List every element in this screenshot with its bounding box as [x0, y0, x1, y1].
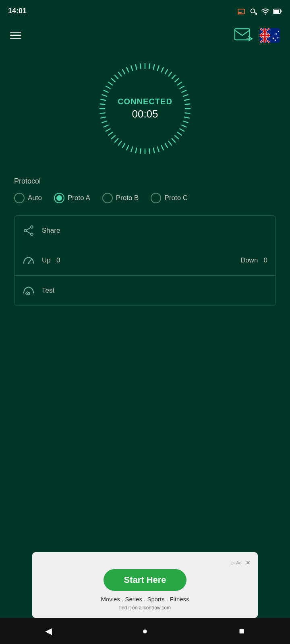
svg-line-49 [180, 129, 184, 131]
ad-close-button[interactable]: ✕ [246, 559, 251, 566]
svg-line-69 [106, 129, 110, 131]
svg-line-54 [165, 144, 168, 148]
svg-line-80 [108, 82, 112, 85]
svg-point-89 [31, 226, 33, 228]
speed-icon [23, 254, 35, 266]
share-label: Share [42, 227, 60, 235]
svg-line-63 [126, 145, 128, 150]
recent-button[interactable]: ■ [230, 619, 254, 643]
key-icon [250, 8, 258, 15]
connection-circle[interactable]: CONNECTED 00:05 [93, 56, 197, 161]
svg-text:★: ★ [274, 39, 276, 41]
top-nav: ★ ★ ★ ★ ★ [0, 22, 290, 48]
protocol-auto[interactable]: Auto [14, 193, 42, 203]
svg-line-43 [185, 104, 190, 104]
protocol-section: Protocol Auto Proto A Proto B Proto C [14, 177, 276, 203]
protocol-proto-c-label: Proto C [164, 194, 188, 202]
svg-line-41 [183, 95, 188, 96]
svg-line-86 [131, 66, 133, 70]
protocol-proto-b[interactable]: Proto B [102, 193, 139, 203]
connection-timer: 00:05 [118, 108, 172, 120]
svg-line-84 [122, 70, 125, 74]
up-speed: Up 0 [42, 256, 60, 264]
test-button[interactable]: Test [14, 275, 276, 306]
home-button[interactable]: ● [133, 619, 157, 643]
share-icon [23, 225, 35, 237]
svg-line-32 [157, 66, 159, 70]
svg-point-96 [28, 293, 30, 295]
connected-status: CONNECTED [118, 97, 172, 106]
svg-line-52 [172, 138, 175, 142]
svg-line-57 [153, 148, 154, 153]
svg-rect-8 [281, 10, 282, 12]
up-label: Up [42, 256, 51, 264]
svg-line-67 [112, 136, 115, 139]
svg-line-73 [100, 113, 105, 113]
protocol-proto-b-label: Proto B [116, 194, 139, 202]
test-icon [23, 285, 35, 297]
svg-line-83 [118, 72, 121, 76]
svg-line-36 [172, 75, 175, 79]
speed-row[interactable]: Up 0 Down 0 [14, 246, 276, 275]
svg-point-90 [31, 233, 33, 235]
main-content: CONNECTED 00:05 Protocol Auto Proto A Pr… [0, 48, 290, 314]
up-value: 0 [56, 256, 60, 264]
svg-line-51 [175, 136, 178, 139]
australia-flag[interactable]: ★ ★ ★ ★ ★ [260, 28, 280, 43]
svg-line-71 [102, 121, 106, 123]
svg-rect-9 [235, 29, 250, 40]
svg-line-75 [100, 104, 105, 104]
down-label: Down [240, 256, 258, 264]
svg-line-55 [162, 145, 164, 150]
email-forward-icon[interactable] [234, 28, 254, 43]
radio-proto-c [151, 193, 161, 203]
speed-content: Up 0 Down 0 [42, 256, 267, 264]
svg-line-81 [112, 78, 115, 82]
svg-line-47 [183, 121, 188, 123]
svg-rect-7 [274, 10, 279, 13]
svg-point-5 [265, 13, 266, 14]
share-button[interactable]: Share [14, 215, 276, 246]
svg-line-62 [131, 147, 133, 151]
protocol-proto-c[interactable]: Proto C [151, 193, 188, 203]
svg-line-87 [136, 64, 137, 69]
test-label: Test [42, 287, 54, 295]
svg-line-58 [149, 149, 149, 153]
ad-container: ▷ Ad ✕ Start Here Movies . Series . Spor… [32, 552, 258, 618]
svg-line-50 [178, 132, 182, 135]
ad-url: find it on allcontrow.com [39, 605, 251, 611]
wifi-icon [261, 8, 270, 15]
svg-line-46 [184, 117, 189, 118]
cast-icon [238, 8, 246, 15]
svg-text:★: ★ [277, 37, 279, 39]
svg-line-31 [153, 64, 154, 69]
svg-line-65 [118, 141, 121, 145]
down-value: 0 [264, 256, 267, 264]
svg-text:★: ★ [275, 33, 277, 35]
svg-line-70 [104, 125, 108, 127]
svg-line-38 [178, 82, 182, 85]
protocol-proto-a[interactable]: Proto A [54, 193, 90, 203]
svg-line-33 [162, 68, 164, 72]
back-button[interactable]: ◀ [36, 619, 60, 643]
status-time: 14:01 [8, 7, 27, 15]
svg-line-82 [115, 75, 118, 79]
svg-line-37 [175, 78, 178, 82]
svg-line-34 [165, 70, 168, 74]
svg-point-95 [28, 262, 29, 264]
svg-line-72 [101, 117, 106, 118]
svg-line-42 [184, 99, 189, 100]
svg-line-66 [115, 138, 118, 142]
svg-line-53 [169, 141, 172, 145]
ad-categories: Movies . Series . Sports . Fitness [39, 596, 251, 603]
hamburger-menu[interactable] [10, 32, 21, 39]
ad-cta-button[interactable]: Start Here [104, 569, 186, 591]
svg-point-91 [24, 229, 27, 232]
protocol-proto-a-label: Proto A [68, 194, 90, 202]
protocol-label: Protocol [14, 177, 276, 186]
svg-line-48 [182, 125, 186, 127]
svg-line-40 [182, 90, 186, 92]
svg-line-56 [157, 147, 159, 151]
radio-proto-a [54, 193, 64, 203]
ad-top-bar: ▷ Ad ✕ [39, 559, 251, 566]
